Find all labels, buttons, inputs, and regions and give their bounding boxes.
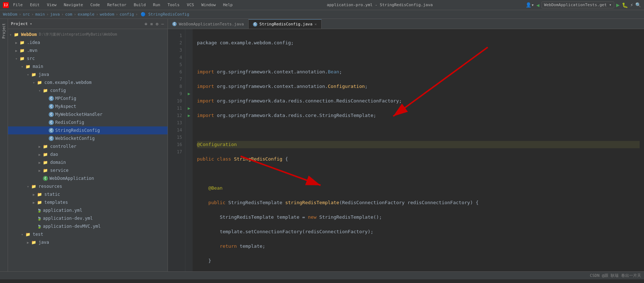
coverage-button[interactable]: ⚡ — [630, 2, 633, 8]
tree-mywebsockethandler[interactable]: ▶ C MyWebSocketHandler — [8, 110, 168, 118]
menu-code[interactable]: Code — [89, 2, 101, 8]
tree-config[interactable]: ▾ 📁 config — [8, 86, 168, 94]
debug-button[interactable]: 🐛 — [622, 2, 628, 8]
tree-mvn[interactable]: ▶ 📁 .mvn — [8, 47, 168, 54]
tree-webdomapp[interactable]: ▶ C WebDomApplication — [8, 174, 168, 182]
app-logo: IJ — [3, 2, 9, 8]
tree-resources[interactable]: ▾ 📁 resources — [8, 182, 168, 190]
project-title: Project — [11, 21, 28, 26]
tree-stringredisconfig[interactable]: ▶ C StringRedisConfig — [8, 126, 168, 134]
tree-dao[interactable]: ▶ 📁 dao — [8, 150, 168, 158]
tree-main[interactable]: ▾ 📁 main — [8, 62, 168, 70]
project-dropdown-icon[interactable]: ▾ — [30, 22, 32, 26]
title-bar: IJ File Edit View Navigate Code Refactor… — [0, 0, 644, 10]
tree-websocketconfig[interactable]: ▶ C WebSocketConfig — [8, 134, 168, 142]
tree-appdevmvcyml[interactable]: ▶ 🍃 application-devMVC.yml — [8, 222, 168, 230]
tab-close-redis[interactable]: ✕ — [315, 22, 317, 26]
mvn-label: .mvn — [27, 48, 37, 53]
tree-domain[interactable]: ▶ 📁 domain — [8, 158, 168, 166]
java-class-badge-aspect: C — [49, 104, 54, 109]
tree-mpconfig[interactable]: ▶ C MPConfig — [8, 94, 168, 102]
vcs-icon[interactable]: 👤▾ — [526, 2, 534, 8]
menu-tools[interactable]: Tools — [166, 2, 181, 8]
bc-class[interactable]: 🔵 StringRedisConfig — [141, 12, 189, 17]
menu-view[interactable]: View — [45, 2, 58, 8]
service-label: service — [50, 168, 69, 173]
testjava-folder-icon: 📁 — [31, 240, 37, 245]
bc-com[interactable]: com — [65, 12, 72, 17]
yml-icon-app: 🍃 — [37, 209, 41, 213]
dao-folder-icon: 📁 — [43, 152, 49, 157]
mvn-folder-icon: 📁 — [20, 48, 25, 53]
bc-config[interactable]: config — [120, 12, 134, 17]
code-editor: 1 2 3 4 5 6 7 8 9 10 11 12 13 14 15 16 1… — [168, 29, 644, 271]
tree-controller[interactable]: ▶ 📁 controller — [8, 142, 168, 150]
menu-help[interactable]: Help — [222, 2, 234, 8]
menu-build[interactable]: Build — [132, 2, 147, 8]
settings-icon[interactable]: ⚙ — [155, 21, 159, 27]
run-button[interactable]: ▶ — [616, 1, 620, 8]
menu-vcs[interactable]: VCS — [185, 2, 196, 8]
appyml-label: application.yml — [43, 208, 82, 213]
code-content[interactable]: package com.example.webdom.config; impor… — [193, 29, 644, 271]
search-icon[interactable]: 🔍 — [635, 2, 641, 8]
tree-package[interactable]: ▾ 📁 com.example.webdom — [8, 78, 168, 86]
tree-service[interactable]: ▶ 📁 service — [8, 166, 168, 174]
test-label: test — [33, 232, 43, 237]
project-tree: ▾ 📁 WebDom D:\学习案例\integrationMyBatis\We… — [8, 29, 168, 271]
tree-java[interactable]: ▾ 📁 java — [8, 70, 168, 78]
bc-webdom2[interactable]: webdom — [100, 12, 114, 17]
menu-navigate[interactable]: Navigate — [63, 2, 85, 8]
run-gutter-11[interactable]: ▶ — [185, 105, 193, 112]
myaspect-label: MyAspect — [55, 104, 76, 109]
bc-src[interactable]: src — [23, 12, 30, 17]
tab-bar: C WebDomApplicationTests.java C StringRe… — [168, 19, 644, 29]
bc-main[interactable]: main — [35, 12, 45, 17]
webdomapp-label: WebDomApplication — [49, 176, 94, 181]
tree-templates[interactable]: ▶ 📁 templates — [8, 198, 168, 206]
redisconfig-label: RedisConfig — [55, 120, 84, 125]
tree-test[interactable]: ▾ 📁 test — [8, 230, 168, 238]
tree-testjava[interactable]: ▶ 📁 java — [8, 238, 168, 246]
locate-icon[interactable]: ⊕ — [144, 21, 148, 27]
tree-myaspect[interactable]: ▶ C MyAspect — [8, 102, 168, 110]
tree-static[interactable]: ▶ 📁 static — [8, 190, 168, 198]
src-folder-icon: 📁 — [20, 56, 25, 61]
tree-appyml[interactable]: ▶ 🍃 application.yml — [8, 206, 168, 214]
tree-src[interactable]: ▾ 📁 src — [8, 54, 168, 62]
menu-bar: File Edit View Navigate Code Refactor Bu… — [12, 2, 234, 8]
testjava-label: java — [39, 240, 49, 245]
tree-redisconfig[interactable]: ▶ C RedisConfig — [8, 118, 168, 126]
menu-run[interactable]: Run — [152, 2, 162, 8]
bc-webdom[interactable]: WebDom — [3, 12, 17, 17]
run-gutter-9[interactable]: ▶ — [185, 90, 193, 97]
tree-idea[interactable]: ▶ 📁 .idea — [8, 39, 168, 47]
tab-label-tests: WebDomApplicationTests.java — [179, 22, 244, 27]
domain-folder-icon: 📁 — [43, 160, 49, 165]
src-label: src — [27, 56, 35, 61]
minimize-icon[interactable]: — — [161, 21, 165, 27]
tab-webdomtests[interactable]: C WebDomApplicationTests.java — [168, 19, 249, 29]
run-gutter-12[interactable]: ▶ — [185, 112, 193, 119]
menu-file[interactable]: File — [12, 2, 24, 8]
menu-edit[interactable]: Edit — [29, 2, 41, 8]
package-folder-icon: 📁 — [37, 80, 43, 85]
mpconfig-label: MPConfig — [55, 96, 76, 101]
menu-window[interactable]: Window — [200, 2, 217, 8]
project-tab[interactable]: Project — [1, 20, 7, 41]
java-class-badge: C — [49, 96, 54, 101]
collapse-all-icon[interactable]: ≡ — [149, 21, 153, 27]
tree-appdevyml[interactable]: ▶ 🍃 application-dev.yml — [8, 214, 168, 222]
menu-refactor[interactable]: Refactor — [106, 2, 128, 8]
root-folder-icon: 📁 — [14, 32, 20, 37]
templates-folder-icon: 📁 — [37, 200, 43, 205]
tab-stringredis[interactable]: C StringRedisConfig.java ✕ — [249, 19, 322, 29]
java-folder-icon: 📁 — [31, 72, 37, 77]
bc-java[interactable]: java — [50, 12, 60, 17]
tree-root[interactable]: ▾ 📁 WebDom D:\学习案例\integrationMyBatis\We… — [8, 31, 168, 39]
window-title: application-pro.yml - StringRedisConfig.… — [234, 3, 526, 7]
run-config-dropdown[interactable]: WebDomApplicationTests.get ▾ — [542, 1, 614, 8]
back-icon[interactable]: ◀ — [536, 2, 539, 8]
bc-example[interactable]: example — [78, 12, 94, 17]
static-label: static — [44, 192, 60, 197]
